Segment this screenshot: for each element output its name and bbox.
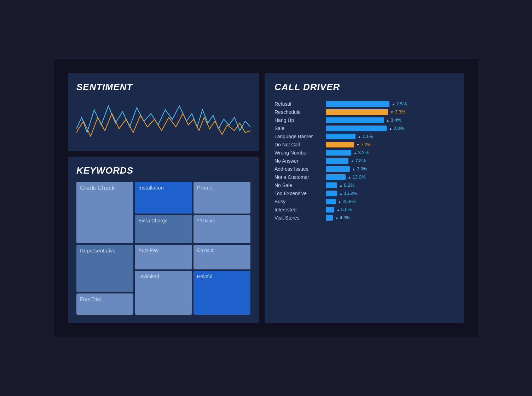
driver-arrow: ▲ — [358, 135, 361, 139]
driver-pct: ▼ 7.2% — [356, 142, 371, 147]
driver-label: Interested — [274, 207, 326, 212]
driver-bar-container: ▲ 1.1% — [326, 134, 454, 139]
kw-cell: Free Trial — [76, 293, 133, 315]
driver-label: Language Barrier — [274, 134, 326, 139]
driver-bar-container: ▲ 3.4% — [326, 117, 454, 123]
driver-label: Address Issues — [274, 166, 326, 172]
keywords-title: KEYWORDS — [76, 165, 250, 176]
driver-row: Wrong Number ▲ 3.2% — [274, 150, 454, 156]
driver-pct: ▲ 25.8% — [338, 199, 355, 204]
driver-pct: ▲ 4.3% — [335, 215, 350, 220]
dashboard: SENTIMENT KEYWORDS Credit CheckInstallat… — [54, 59, 478, 337]
driver-bar — [326, 117, 384, 123]
driver-label: Hang Up — [274, 117, 326, 123]
driver-pct: ▲ 0.8% — [389, 126, 404, 131]
driver-bar-container: ▼ 7.2% — [326, 142, 454, 147]
driver-pct: ▲ 13.0% — [348, 174, 365, 180]
driver-label: Do Not Call — [274, 142, 326, 147]
driver-bar-container: ▲ 25.8% — [326, 199, 454, 204]
driver-arrow: ▼ — [390, 110, 394, 114]
driver-row: Not a Customer ▲ 13.0% — [274, 174, 454, 180]
driver-bar-container: ▲ 7.8% — [326, 158, 454, 164]
driver-row: No Sale ▲ 8.2% — [274, 182, 454, 188]
driver-arrow: ▲ — [386, 118, 389, 122]
call-driver-title: CALL DRIVER — [274, 82, 454, 93]
driver-pct: ▲ 15.2% — [339, 191, 357, 196]
driver-label: Busy — [274, 199, 326, 204]
driver-arrow: ▲ — [338, 200, 341, 204]
kw-cell: Unlimited — [135, 271, 192, 315]
sentiment-chart — [76, 98, 250, 148]
driver-label: Wrong Number — [274, 150, 326, 156]
kw-cell: On hold — [193, 245, 250, 269]
driver-arrow: ▲ — [389, 127, 392, 130]
driver-bar — [326, 182, 337, 188]
kw-cell: Representative — [76, 245, 133, 292]
driver-label: Too Expensive — [274, 191, 326, 196]
driver-bar-container: ▲ 0.8% — [326, 126, 454, 131]
driver-bar — [326, 142, 354, 147]
driver-arrow: ▲ — [348, 175, 351, 179]
kw-cell: Auto Pay — [135, 245, 192, 269]
driver-bar-container: ▲ 8.2% — [326, 182, 454, 188]
driver-arrow: ▼ — [356, 143, 360, 147]
driver-bar-container: ▲ 5.5% — [326, 207, 454, 212]
driver-bar — [326, 166, 350, 172]
call-driver-card: CALL DRIVER Refusal ▲ 2.5% Reschedule ▼ … — [265, 73, 464, 323]
driver-bar — [326, 101, 389, 107]
driver-bar — [326, 109, 388, 115]
driver-bar-container: ▼ 3.3% — [326, 109, 454, 115]
driver-row: Visit Stores ▲ 4.3% — [274, 215, 454, 221]
driver-label: No Answer — [274, 158, 326, 164]
driver-pct: ▲ 2.5% — [392, 101, 407, 106]
driver-arrow: ▲ — [339, 192, 343, 196]
driver-bar — [326, 126, 387, 131]
driver-row: No Answer ▲ 7.8% — [274, 158, 454, 164]
driver-label: Reschedule — [274, 109, 326, 115]
driver-bar — [326, 191, 337, 196]
driver-label: Visit Stores — [274, 215, 326, 221]
driver-bar — [326, 199, 336, 204]
driver-row: Too Expensive ▲ 15.2% — [274, 191, 454, 196]
driver-bar-container: ▲ 15.2% — [326, 191, 454, 196]
driver-row: Interested ▲ 5.5% — [274, 207, 454, 212]
driver-label: Sale — [274, 126, 326, 131]
driver-label: Refusal — [274, 101, 326, 107]
driver-pct: ▲ 7.8% — [351, 158, 366, 163]
driver-bar-container: ▲ 3.2% — [326, 150, 454, 156]
driver-pct: ▲ 1.1% — [358, 134, 373, 139]
driver-row: Hang Up ▲ 3.4% — [274, 117, 454, 123]
driver-row: Do Not Call ▼ 7.2% — [274, 142, 454, 147]
kw-cell: 24 hours — [193, 215, 250, 243]
driver-arrow: ▲ — [352, 167, 355, 171]
driver-pct: ▲ 3.2% — [353, 150, 369, 155]
driver-rows: Refusal ▲ 2.5% Reschedule ▼ 3.3% Hang Up — [274, 101, 454, 221]
driver-row: Address Issues ▲ 3.9% — [274, 166, 454, 172]
driver-arrow: ▲ — [351, 159, 354, 163]
driver-arrow: ▲ — [336, 208, 340, 212]
driver-arrow: ▲ — [353, 151, 357, 155]
driver-bar — [326, 134, 355, 139]
driver-label: Not a Customer — [274, 174, 326, 180]
driver-pct: ▼ 3.3% — [390, 109, 405, 115]
driver-bar-container: ▲ 2.5% — [326, 101, 454, 107]
keywords-card: KEYWORDS Credit CheckInstallationPromoEx… — [68, 157, 259, 323]
left-panel: SENTIMENT KEYWORDS Credit CheckInstallat… — [68, 73, 259, 323]
driver-row: Language Barrier ▲ 1.1% — [274, 134, 454, 139]
kw-cell: Helpful — [193, 271, 250, 315]
driver-bar — [326, 207, 334, 212]
driver-row: Refusal ▲ 2.5% — [274, 101, 454, 107]
kw-cell: Promo — [193, 182, 250, 214]
keywords-grid: Credit CheckInstallationPromoExtra Charg… — [76, 182, 250, 315]
driver-label: No Sale — [274, 182, 326, 188]
driver-pct: ▲ 3.4% — [386, 117, 401, 123]
driver-bar-container: ▲ 3.9% — [326, 166, 454, 172]
driver-row: Sale ▲ 0.8% — [274, 126, 454, 131]
sentiment-title: SENTIMENT — [76, 82, 250, 93]
kw-cell: Extra Charge — [135, 215, 192, 243]
driver-arrow: ▲ — [335, 216, 339, 220]
driver-arrow: ▲ — [339, 184, 343, 187]
kw-cell: Credit Check — [76, 182, 133, 243]
driver-row: Busy ▲ 25.8% — [274, 199, 454, 204]
driver-arrow: ▲ — [392, 102, 395, 106]
